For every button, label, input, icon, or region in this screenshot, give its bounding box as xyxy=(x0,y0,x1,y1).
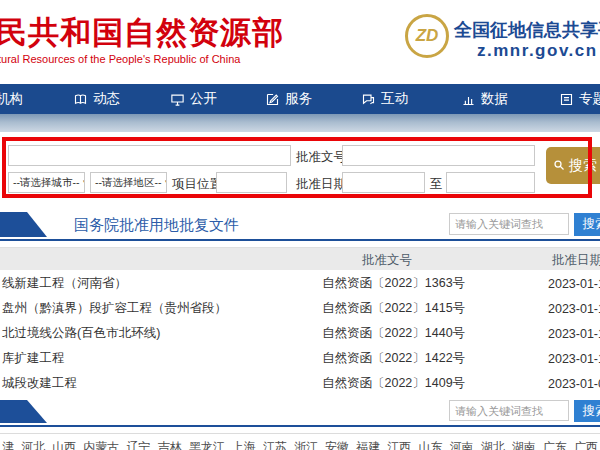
district-select-value: --请选择地区-- xyxy=(95,176,162,190)
nav-item-label: 服务 xyxy=(285,90,312,108)
section-state-council-approvals: 国务院批准用地批复文件 搜索 xyxy=(0,210,600,241)
platform-url: z.mnr.gov.cn xyxy=(477,41,598,61)
navbar-shadow-strip xyxy=(0,114,600,132)
zd-logo-text: ZD xyxy=(416,26,439,46)
approval-date: 2023-01-10 xyxy=(548,352,600,366)
district-select[interactable]: --请选择地区-- ▼ xyxy=(90,172,167,193)
page: 民共和国自然资源部 tural Resources of the People'… xyxy=(0,0,600,450)
project-name: 城段改建工程 xyxy=(0,375,322,392)
province-link[interactable]: 山西 xyxy=(52,439,76,450)
doc-no: 自然资函〔2022〕1363号 xyxy=(322,275,548,292)
date-from-input[interactable] xyxy=(342,172,425,193)
province-link[interactable]: 津 xyxy=(2,439,14,450)
nav-item-label: 机构 xyxy=(0,90,23,108)
chat-icon xyxy=(361,92,376,107)
search-button[interactable]: 搜索 xyxy=(546,147,600,184)
date-to-label: 至 xyxy=(430,176,443,193)
search-icon xyxy=(553,158,565,174)
keyword-search-input-2[interactable] xyxy=(449,400,569,421)
zd-logo-icon: ZD xyxy=(405,14,449,58)
province-list: 津河北山西内蒙古辽宁吉林黑龙江上海江苏浙江安徽福建江西山东河南湖北湖南广东广西 xyxy=(0,434,600,450)
project-name: 库扩建工程 xyxy=(0,350,322,367)
province-link[interactable]: 内蒙古 xyxy=(83,439,119,450)
section-ribbon-icon xyxy=(0,400,47,423)
date-label: 批准日期 xyxy=(296,176,346,193)
section-title: 国务院批准用地批复文件 xyxy=(74,216,239,235)
nav-item-data[interactable]: 数据 xyxy=(461,84,508,114)
province-link[interactable]: 江西 xyxy=(387,439,411,450)
nav-item-topics[interactable]: 专题 xyxy=(559,84,600,114)
date-to-input[interactable] xyxy=(446,172,535,193)
province-link[interactable]: 福建 xyxy=(356,439,380,450)
city-select[interactable]: --请选择城市-- ▼ xyxy=(8,172,85,193)
approval-date: 2023-01-11 xyxy=(548,277,600,291)
table-row[interactable]: 城段改建工程 自然资函〔2022〕1409号 2023-01-09 xyxy=(0,371,600,396)
nav-item-institutions[interactable]: 机构 xyxy=(0,84,23,114)
province-link[interactable]: 山东 xyxy=(418,439,442,450)
province-link[interactable]: 湖南 xyxy=(512,439,536,450)
doc-no-input[interactable] xyxy=(342,145,535,166)
monitor-icon xyxy=(170,92,185,107)
search-button-label: 搜索 xyxy=(569,157,597,175)
ministry-title-cn: 民共和国自然资源部 xyxy=(0,12,284,54)
table-header: 批准文号 批准日期 xyxy=(0,247,600,270)
keyword-search-button[interactable]: 搜索 xyxy=(574,213,600,236)
approval-date: 2023-01-09 xyxy=(548,377,600,391)
nav-item-label: 公开 xyxy=(190,90,217,108)
approval-date: 2023-01-10 xyxy=(548,302,600,316)
keyword-search-button-2[interactable]: 搜索 xyxy=(574,400,600,422)
project-name: 北过境线公路(百色市北环线) xyxy=(0,325,322,342)
province-link[interactable]: 黑龙江 xyxy=(189,439,225,450)
doc-no: 自然资函〔2022〕1409号 xyxy=(322,375,548,392)
section-secondary: 搜索 xyxy=(0,398,600,427)
edit-icon xyxy=(265,92,280,107)
nav-item-news[interactable]: 动态 xyxy=(73,84,120,114)
province-link[interactable]: 江苏 xyxy=(263,439,287,450)
location-label: 项目位置 xyxy=(172,176,222,193)
search-panel: 批准文号 --请选择城市-- ▼ --请选择地区-- ▼ 项目位置 批准日期 至 xyxy=(0,132,600,200)
document-icon xyxy=(559,92,574,107)
province-link[interactable]: 辽宁 xyxy=(126,439,150,450)
project-name: 线新建工程（河南省） xyxy=(0,275,322,292)
province-link[interactable]: 河北 xyxy=(21,439,45,450)
nav-item-interaction[interactable]: 互动 xyxy=(361,84,408,114)
table-row[interactable]: 库扩建工程 自然资函〔2022〕1422号 2023-01-10 xyxy=(0,346,600,371)
table-row[interactable]: 盘州（黔滇界）段扩容工程（贵州省段） 自然资函〔2022〕1415号 2023-… xyxy=(0,296,600,321)
city-select-value: --请选择城市-- xyxy=(13,176,80,190)
main-navbar: 机构 动态 公开 服务 互动 数据 专题 xyxy=(0,84,600,114)
column-header-date: 批准日期 xyxy=(552,252,600,269)
ministry-title-en: tural Resources of the People's Republic… xyxy=(0,53,240,65)
doc-no: 自然资函〔2022〕1422号 xyxy=(322,350,548,367)
province-link[interactable]: 安徽 xyxy=(325,439,349,450)
keyword-search-input[interactable] xyxy=(449,213,569,235)
doc-no-label: 批准文号 xyxy=(296,149,346,166)
province-link[interactable]: 上海 xyxy=(232,439,256,450)
province-link[interactable]: 浙江 xyxy=(294,439,318,450)
project-name-input[interactable] xyxy=(8,145,291,166)
column-header-doc-no: 批准文号 xyxy=(362,252,412,269)
province-link[interactable]: 湖北 xyxy=(481,439,505,450)
doc-no: 自然资函〔2022〕1440号 xyxy=(322,325,548,342)
nav-item-label: 专题 xyxy=(579,90,600,108)
nav-item-label: 互动 xyxy=(381,90,408,108)
doc-no: 自然资函〔2022〕1415号 xyxy=(322,300,548,317)
chevron-down-icon: ▼ xyxy=(164,178,168,187)
province-bar: 津河北山西内蒙古辽宁吉林黑龙江上海江苏浙江安徽福建江西山东河南湖北湖南广东广西 xyxy=(0,433,600,450)
nav-item-disclosure[interactable]: 公开 xyxy=(170,84,217,114)
approval-date: 2023-01-10 xyxy=(548,327,600,341)
province-link[interactable]: 吉林 xyxy=(158,439,182,450)
location-input[interactable] xyxy=(216,172,287,193)
bar-chart-icon xyxy=(461,92,476,107)
nav-item-label: 动态 xyxy=(93,90,120,108)
table-row[interactable]: 线新建工程（河南省） 自然资函〔2022〕1363号 2023-01-11 xyxy=(0,271,600,296)
section-ribbon-icon xyxy=(0,212,47,237)
nav-item-services[interactable]: 服务 xyxy=(265,84,312,114)
province-link[interactable]: 广西 xyxy=(574,439,598,450)
province-link[interactable]: 河南 xyxy=(450,439,474,450)
chevron-down-icon: ▼ xyxy=(82,178,86,187)
project-name: 盘州（黔滇界）段扩容工程（贵州省段） xyxy=(0,300,322,317)
table-row[interactable]: 北过境线公路(百色市北环线) 自然资函〔2022〕1440号 2023-01-1… xyxy=(0,321,600,346)
platform-name: 全国征地信息共享平台 xyxy=(454,18,600,42)
nav-item-label: 数据 xyxy=(481,90,508,108)
province-link[interactable]: 广东 xyxy=(543,439,567,450)
